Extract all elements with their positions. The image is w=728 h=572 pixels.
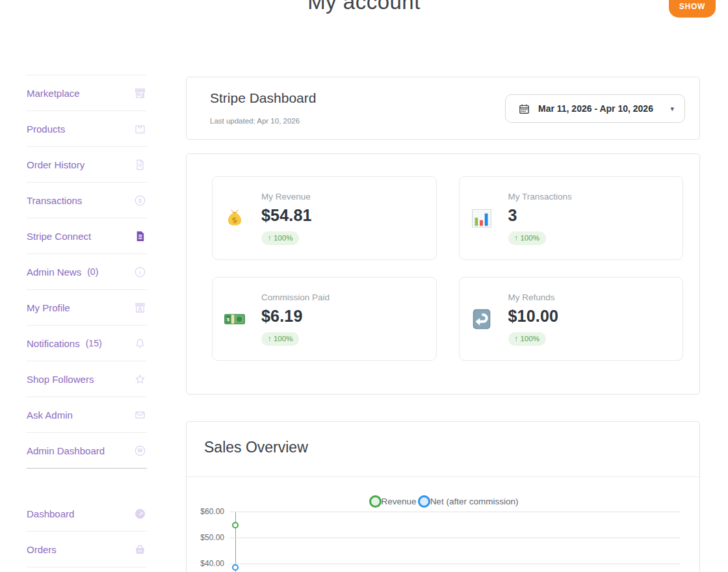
- bar-chart-icon: [469, 206, 494, 231]
- y-axis-tick-label: $40.00: [187, 559, 224, 568]
- stat-change-badge: ↑ 100%: [261, 332, 299, 346]
- stat-card-commission: $ Commission Paid $6.19 ↑ 100%: [212, 277, 437, 361]
- gridline: [229, 564, 681, 564]
- sidebar-item-marketplace[interactable]: Marketplace: [27, 75, 147, 111]
- sidebar-item-admin-dashboard[interactable]: Admin Dashboard W: [27, 433, 147, 469]
- stripe-dashboard-title: Stripe Dashboard: [210, 90, 316, 106]
- data-point: [232, 522, 239, 528]
- gridline: [229, 512, 681, 512]
- stat-value: 3: [508, 206, 572, 225]
- show-button[interactable]: SHOW: [669, 0, 716, 18]
- basket-icon: [133, 542, 147, 556]
- date-range-picker[interactable]: Mar 11, 2026 - Apr 10, 2026 ▾: [505, 94, 685, 123]
- stat-card-revenue: $ My Revenue $54.81 ↑ 100%: [212, 176, 437, 260]
- sidebar-item-shop-followers[interactable]: Shop Followers: [27, 361, 147, 397]
- last-updated-text: Last updated: Apr 10, 2026: [210, 117, 300, 125]
- sidebar: Marketplace Products Order History: [27, 75, 147, 567]
- refund-arrow-icon: [469, 307, 494, 332]
- data-point: [232, 564, 239, 571]
- legend-label: Net (after commission): [430, 497, 519, 506]
- legend-item[interactable]: Revenue: [369, 495, 417, 508]
- stat-label: Commission Paid: [261, 292, 330, 302]
- sidebar-item-stripe-connect[interactable]: Stripe Connect: [27, 218, 147, 254]
- sidebar-item-label: Dashboard: [27, 508, 74, 519]
- sidebar-item-label: Products: [27, 124, 65, 135]
- stat-label: My Transactions: [508, 192, 572, 202]
- date-range-value: Mar 11, 2026 - Apr 10, 2026: [538, 103, 670, 114]
- stat-card-transactions: My Transactions 3 ↑ 100%: [459, 176, 684, 260]
- package-icon: [133, 122, 147, 136]
- sidebar-item-dashboard[interactable]: Dashboard: [27, 496, 147, 532]
- stat-value: $54.81: [261, 206, 312, 225]
- money-bag-icon: $: [222, 206, 247, 231]
- sales-overview-title: Sales Overview: [204, 439, 699, 456]
- banknote-icon: $: [222, 307, 247, 332]
- sales-overview-panel: Sales Overview RevenueNet (after commiss…: [186, 421, 700, 572]
- chart-plot: $60.00$50.00$40.00: [235, 512, 681, 572]
- file-document-icon: [133, 157, 147, 172]
- sidebar-item-label: Admin Dashboard: [27, 445, 105, 456]
- bell-icon: [133, 336, 147, 350]
- gauge-icon: [133, 506, 147, 521]
- profile-store-icon: [133, 300, 147, 315]
- sidebar-item-notifications[interactable]: Notifications (15): [27, 326, 147, 361]
- stat-value: $10.00: [508, 307, 559, 326]
- svg-text:$: $: [138, 197, 142, 204]
- sidebar-item-label: Shop Followers: [27, 374, 94, 385]
- sales-chart: RevenueNet (after commission) $60.00$50.…: [187, 495, 699, 572]
- sidebar-item-label: Transactions: [27, 195, 82, 206]
- stats-grid: $ My Revenue $54.81 ↑ 100% My Tra: [212, 176, 683, 361]
- stripe-dashboard-panel: Stripe Dashboard Last updated: Apr 10, 2…: [186, 77, 700, 140]
- sales-overview-header: Sales Overview: [187, 422, 699, 477]
- sidebar-item-orders[interactable]: Orders: [27, 532, 147, 567]
- sidebar-item-label: Ask Admin: [27, 410, 73, 421]
- stat-change-badge: ↑ 100%: [508, 231, 546, 245]
- legend-item[interactable]: Net (after commission): [418, 495, 519, 508]
- y-axis-tick-label: $60.00: [187, 507, 224, 516]
- legend-label: Revenue: [382, 497, 417, 506]
- storefront-icon: [133, 86, 147, 100]
- sidebar-item-transactions[interactable]: Transactions $: [27, 183, 147, 218]
- star-icon: [133, 372, 147, 386]
- stat-value: $6.19: [261, 307, 330, 326]
- legend-swatch-icon: [418, 495, 430, 508]
- dollar-circle-icon: $: [133, 193, 147, 207]
- sidebar-item-label: My Profile: [27, 302, 70, 313]
- gridline: [229, 538, 681, 538]
- sidebar-item-order-history[interactable]: Order History: [27, 147, 147, 183]
- stat-change-badge: ↑ 100%: [261, 231, 299, 245]
- envelope-icon: [133, 408, 147, 422]
- stripe-connect-icon: [133, 229, 147, 243]
- stat-change-badge: ↑ 100%: [508, 332, 546, 346]
- sidebar-item-products[interactable]: Products: [27, 111, 147, 147]
- page-title: My account: [0, 0, 728, 14]
- stat-label: My Refunds: [508, 292, 559, 302]
- sidebar-item-label: Marketplace: [27, 88, 80, 99]
- sidebar-item-count: (0): [87, 266, 98, 277]
- sidebar-item-my-profile[interactable]: My Profile: [27, 290, 147, 326]
- y-axis-tick-label: $50.00: [187, 533, 224, 542]
- sidebar-item-label: Notifications: [27, 338, 80, 349]
- sidebar-item-label: Stripe Connect: [27, 231, 91, 242]
- legend-swatch-icon: [369, 495, 382, 508]
- wordpress-icon: W: [133, 443, 147, 458]
- svg-text:W: W: [137, 447, 142, 454]
- sidebar-item-ask-admin[interactable]: Ask Admin: [27, 397, 147, 433]
- stat-card-refunds: My Refunds $10.00 ↑ 100%: [459, 277, 684, 361]
- calendar-icon: [519, 103, 530, 114]
- sidebar-item-label: Orders: [27, 544, 57, 555]
- sidebar-footer-list: Dashboard Orders: [27, 496, 147, 567]
- info-icon: [133, 265, 147, 279]
- stat-label: My Revenue: [261, 192, 312, 202]
- sidebar-item-label: Order History: [27, 159, 84, 170]
- sidebar-item-admin-news[interactable]: Admin News (0): [27, 254, 147, 290]
- sidebar-item-label: Admin News: [27, 266, 81, 278]
- stats-panel: $ My Revenue $54.81 ↑ 100% My Tra: [186, 153, 700, 395]
- caret-down-icon: ▾: [670, 105, 674, 113]
- chart-legend: RevenueNet (after commission): [187, 495, 699, 508]
- sidebar-main-list: Marketplace Products Order History: [27, 75, 147, 469]
- svg-text:$: $: [227, 317, 230, 322]
- sidebar-item-count: (15): [86, 338, 102, 348]
